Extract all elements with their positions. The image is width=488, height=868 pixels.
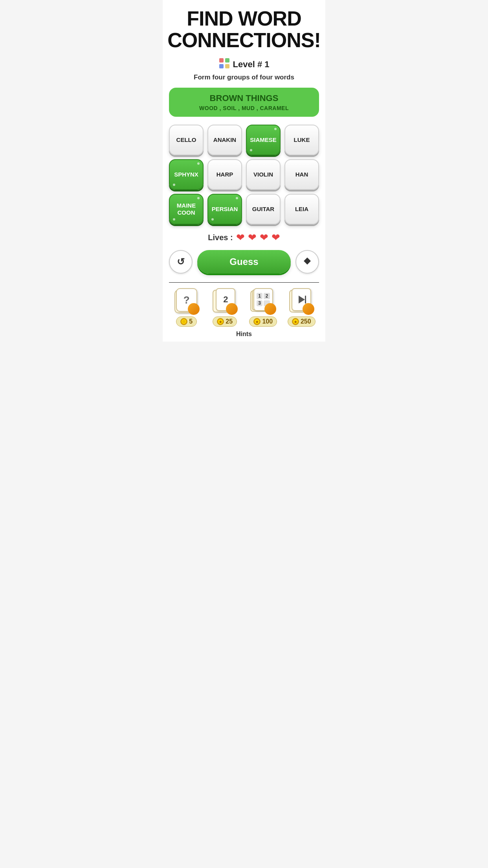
hint-12-icon-wrap: 1 2 <box>212 288 238 314</box>
lives-row: Lives : ❤ ❤ ❤ ❤ <box>208 232 280 244</box>
app-title: FIND WORD CONNECTIONS! <box>167 8 321 51</box>
hint-1234-icon-wrap: 4 1 1 2 3 <box>250 288 276 314</box>
level-icon <box>219 58 230 71</box>
svg-rect-3 <box>225 64 229 68</box>
svg-marker-11 <box>299 296 305 303</box>
tile-violin[interactable]: VIOLIN <box>246 159 281 190</box>
hint-orange-badge-4 <box>303 303 314 315</box>
word-grid: CELLO ANAKIN SIAMESE LUKE SPHYNX HARP VI… <box>169 125 319 224</box>
svg-text:★: ★ <box>294 320 297 324</box>
tile-anakin[interactable]: ANAKIN <box>207 125 242 155</box>
hint-orange-badge-1 <box>188 303 200 315</box>
svg-rect-2 <box>219 64 224 68</box>
hint-item-4[interactable]: ★ 250 <box>284 288 319 327</box>
tile-sphynx[interactable]: SPHYNX <box>169 159 204 190</box>
solved-group-words: WOOD , SOIL , MUD , CARAMEL <box>177 105 311 111</box>
heart-2: ❤ <box>248 232 257 244</box>
svg-marker-4 <box>304 257 311 265</box>
refresh-icon: ↺ <box>177 256 185 267</box>
heart-4: ❤ <box>272 232 280 244</box>
svg-rect-12 <box>305 296 306 303</box>
subtitle: Form four groups of four words <box>194 74 294 81</box>
tile-maine-coon[interactable]: MAINE COON <box>169 194 204 224</box>
svg-rect-1 <box>225 58 229 63</box>
hint-amount-3: 100 <box>262 318 273 325</box>
solved-group-title: BROWN THINGS <box>177 93 311 103</box>
hint-cost-2: ★ 25 <box>213 316 237 327</box>
hint-amount-1: 5 <box>189 318 193 325</box>
hints-grid: ? 5 1 <box>169 288 319 327</box>
tile-persian[interactable]: PERSIAN <box>207 194 242 224</box>
hint-cost-4: ★ 250 <box>288 316 316 327</box>
level-row: Level # 1 <box>219 58 270 71</box>
level-text: Level # 1 <box>233 59 270 70</box>
hints-section: ? 5 1 <box>169 282 319 338</box>
tile-leia[interactable]: LEIA <box>284 194 319 224</box>
hint-item-1[interactable]: ? 5 <box>169 288 204 327</box>
coin-icon-1 <box>180 318 187 325</box>
solved-group-card: BROWN THINGS WOOD , SOIL , MUD , CARAMEL <box>169 88 319 117</box>
lives-label: Lives : <box>208 233 233 242</box>
hint-amount-4: 250 <box>301 318 311 325</box>
svg-text:★: ★ <box>219 320 222 324</box>
hint-amount-2: 25 <box>226 318 233 325</box>
svg-rect-0 <box>219 58 224 63</box>
hint-cost-3: ★ 100 <box>249 316 277 327</box>
coin-icon-2: ★ <box>217 318 224 325</box>
hint-question-icon-wrap: ? <box>174 288 200 314</box>
actions-row: ↺ Guess <box>169 250 319 274</box>
erase-button[interactable] <box>295 250 319 274</box>
tile-han[interactable]: HAN <box>284 159 319 190</box>
heart-3: ❤ <box>260 232 268 244</box>
tile-cello[interactable]: CELLO <box>169 125 204 155</box>
svg-text:★: ★ <box>255 320 259 324</box>
tile-siamese[interactable]: SIAMESE <box>246 125 281 155</box>
hint-orange-badge-3 <box>264 303 276 315</box>
app-container: FIND WORD CONNECTIONS! Level # 1 Form fo… <box>163 0 325 342</box>
eraser-icon <box>303 256 312 268</box>
coin-icon-3: ★ <box>253 318 261 325</box>
hint-cost-1: 5 <box>176 316 197 327</box>
svg-point-6 <box>182 320 185 323</box>
tile-guitar[interactable]: GUITAR <box>246 194 281 224</box>
heart-1: ❤ <box>236 232 245 244</box>
tile-harp[interactable]: HARP <box>207 159 242 190</box>
hints-section-label: Hints <box>169 331 319 338</box>
tile-luke[interactable]: LUKE <box>284 125 319 155</box>
coin-icon-4: ★ <box>292 318 299 325</box>
refresh-button[interactable]: ↺ <box>169 250 193 274</box>
hint-play-icon-wrap <box>288 288 314 314</box>
hint-item-3[interactable]: 4 1 1 2 3 <box>246 288 281 327</box>
hint-item-2[interactable]: 1 2 ★ 25 <box>207 288 243 327</box>
guess-button[interactable]: Guess <box>197 250 291 274</box>
hint-orange-badge-2 <box>226 303 238 315</box>
